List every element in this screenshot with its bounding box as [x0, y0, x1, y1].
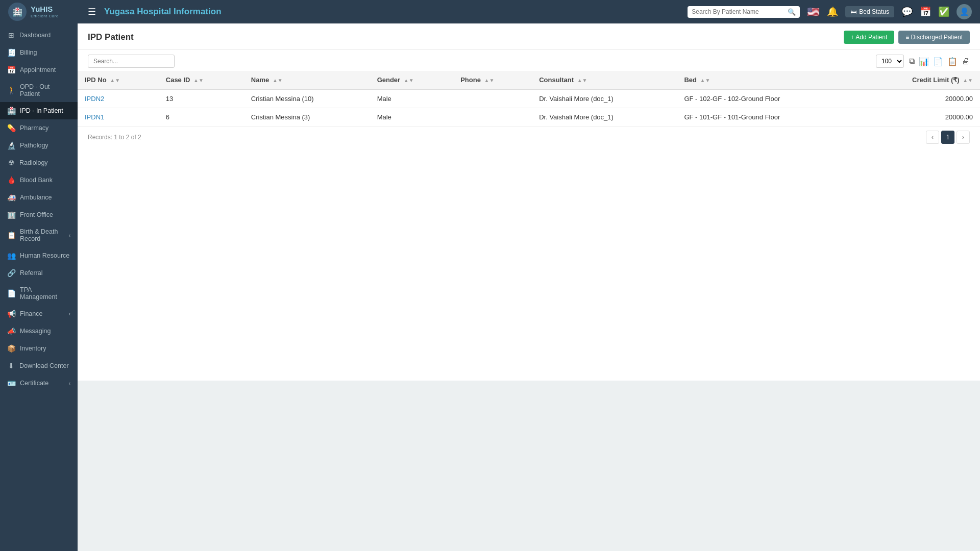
referral-icon: 🔗 — [7, 269, 16, 277]
table-row: IPDN16Cristian Messina (3)MaleDr. Vaisha… — [78, 108, 980, 127]
tasks-icon[interactable]: ✅ — [938, 6, 949, 17]
logo-text: YuHIS — [31, 5, 59, 14]
sidebar-item-appointment[interactable]: 📅 Appointment — [0, 61, 78, 79]
dashboard-icon: ⊞ — [7, 31, 15, 39]
sidebar-label-finance: Finance — [20, 310, 65, 317]
cell-phone — [453, 89, 532, 108]
sidebar-item-birth-death[interactable]: 📋 Birth & Death Record ‹ — [0, 223, 78, 247]
logo-icon: 🏥 — [8, 3, 27, 21]
add-patient-button[interactable]: + Add Patient — [844, 31, 895, 44]
sidebar-item-pathology[interactable]: 🔬 Pathology — [0, 137, 78, 154]
export-icons: ⧉ 📊 📄 📋 🖨 — [909, 57, 970, 66]
cell-credit_limit: 20000.00 — [857, 108, 980, 127]
pathology-icon: 🔬 — [7, 141, 16, 149]
sort-icon-consultant: ▲▼ — [577, 78, 587, 83]
sidebar-item-blood-bank[interactable]: 🩸 Blood Bank — [0, 171, 78, 189]
sidebar-item-tpa[interactable]: 📄 TPA Management — [0, 282, 78, 305]
table-body: IPDN213Cristian Messina (10)MaleDr. Vais… — [78, 89, 980, 127]
sidebar-item-human-resource[interactable]: 👥 Human Resource — [0, 247, 78, 264]
sort-icon-gender: ▲▼ — [404, 78, 414, 83]
records-info-bar: Records: 1 to 2 of 2 ‹ 1 › — [78, 127, 980, 148]
col-header-bed[interactable]: Bed ▲▼ — [677, 71, 857, 89]
inventory-icon: 📦 — [7, 344, 16, 353]
main-layout: ⊞ Dashboard 🧾 Billing 📅 Appointment 🚶 OP… — [0, 23, 980, 551]
opd-icon: 🚶 — [7, 86, 16, 94]
bed-status-button[interactable]: 🛏 Bed Status — [845, 6, 894, 17]
sidebar-item-messaging[interactable]: 📣 Messaging — [0, 322, 78, 340]
cell-ipd_no[interactable]: IPDN2 — [78, 89, 159, 108]
human-resource-icon: 👥 — [7, 252, 16, 260]
table-right-controls: 100 50 25 ⧉ 📊 📄 📋 🖨 — [876, 55, 970, 68]
cell-ipd_no[interactable]: IPDN1 — [78, 108, 159, 127]
user-avatar[interactable]: 👤 — [957, 4, 972, 19]
sidebar-item-ambulance[interactable]: 🚑 Ambulance — [0, 189, 78, 206]
sidebar-label-front-office: Front Office — [20, 211, 70, 218]
col-header-case_id[interactable]: Case ID ▲▼ — [159, 71, 244, 89]
calendar-icon[interactable]: 📅 — [920, 6, 931, 17]
global-search-box[interactable]: 🔍 — [688, 6, 800, 18]
arrow-finance: ‹ — [69, 311, 70, 317]
certificate-icon: 🪪 — [7, 379, 16, 387]
app-logo: 🏥 YuHIS Efficient Care — [8, 3, 80, 21]
copy-icon[interactable]: ⧉ — [909, 57, 915, 66]
excel-icon[interactable]: 📋 — [947, 57, 958, 66]
table-controls: 100 50 25 ⧉ 📊 📄 📋 🖨 — [78, 49, 980, 71]
sidebar-item-inventory[interactable]: 📦 Inventory — [0, 340, 78, 357]
pagination: ‹ 1 › — [926, 131, 970, 144]
table-search-input[interactable] — [88, 55, 175, 68]
pdf-icon[interactable]: 📄 — [933, 57, 943, 66]
discharged-patient-button[interactable]: ≡ Discharged Patient — [898, 31, 970, 44]
sidebar-item-certificate[interactable]: 🪪 Certificate ‹ — [0, 374, 78, 392]
cell-consultant: Dr. Vaishali More (doc_1) — [532, 108, 677, 127]
main-content: IPD Patient + Add Patient ≡ Discharged P… — [78, 23, 980, 551]
cell-bed: GF - 101-GF - 101-Ground Floor — [677, 108, 857, 127]
next-page-button[interactable]: › — [957, 131, 970, 144]
cell-name: Cristian Messina (3) — [244, 108, 370, 127]
sidebar-item-billing[interactable]: 🧾 Billing — [0, 44, 78, 61]
page-title: IPD Patient — [88, 32, 134, 42]
per-page-select[interactable]: 100 50 25 — [876, 55, 904, 68]
global-search-input[interactable] — [692, 8, 785, 15]
table-search-box[interactable] — [88, 55, 175, 68]
arrow-birth-death: ‹ — [69, 233, 70, 238]
prev-page-button[interactable]: ‹ — [926, 131, 939, 144]
ipd-link-IPDN2[interactable]: IPDN2 — [85, 95, 104, 103]
tpa-icon: 📄 — [7, 289, 16, 297]
page-1-button[interactable]: 1 — [941, 131, 954, 144]
col-header-ipd_no[interactable]: IPD No ▲▼ — [78, 71, 159, 89]
sidebar-item-dashboard[interactable]: ⊞ Dashboard — [0, 27, 78, 44]
sidebar-item-download-center[interactable]: ⬇ Download Center — [0, 357, 78, 374]
col-header-phone[interactable]: Phone ▲▼ — [453, 71, 532, 89]
col-header-name[interactable]: Name ▲▼ — [244, 71, 370, 89]
bed-status-label: Bed Status — [859, 8, 889, 15]
download-center-icon: ⬇ — [7, 362, 15, 370]
menu-toggle-icon[interactable]: ☰ — [86, 4, 98, 19]
ipd-link-IPDN1[interactable]: IPDN1 — [85, 113, 104, 121]
notification-bell-icon[interactable]: 🔔 — [827, 6, 838, 17]
sidebar-item-opd[interactable]: 🚶 OPD - Out Patient — [0, 79, 78, 102]
sidebar-item-front-office[interactable]: 🏢 Front Office — [0, 206, 78, 223]
header-right-controls: 🔍 🇺🇸 🔔 🛏 Bed Status 💬 📅 ✅ 👤 — [688, 4, 972, 19]
sidebar-item-radiology[interactable]: ☢ Radiology — [0, 154, 78, 171]
blood-bank-icon: 🩸 — [7, 176, 16, 184]
sidebar-item-referral[interactable]: 🔗 Referral — [0, 264, 78, 282]
col-header-gender[interactable]: Gender ▲▼ — [370, 71, 454, 89]
sidebar-label-ipd: IPD - In Patient — [20, 107, 70, 114]
print-icon[interactable]: 🖨 — [962, 57, 970, 66]
whatsapp-icon[interactable]: 💬 — [901, 6, 913, 17]
cell-bed: GF - 102-GF - 102-Ground Floor — [677, 89, 857, 108]
table-row: IPDN213Cristian Messina (10)MaleDr. Vais… — [78, 89, 980, 108]
sidebar-label-download-center: Download Center — [19, 362, 70, 369]
sidebar-item-ipd[interactable]: 🏥 IPD - In Patient — [0, 102, 78, 119]
col-header-credit_limit[interactable]: Credit Limit (₹) ▲▼ — [857, 71, 980, 89]
csv-icon[interactable]: 📊 — [919, 57, 929, 66]
records-info-text: Records: 1 to 2 of 2 — [88, 134, 141, 141]
col-header-consultant[interactable]: Consultant ▲▼ — [532, 71, 677, 89]
language-flag-icon[interactable]: 🇺🇸 — [807, 6, 820, 18]
cell-case_id: 13 — [159, 89, 244, 108]
sidebar-item-finance[interactable]: 📢 Finance ‹ — [0, 305, 78, 322]
cell-name: Cristian Messina (10) — [244, 89, 370, 108]
table-header: IPD No ▲▼Case ID ▲▼Name ▲▼Gender ▲▼Phone… — [78, 71, 980, 89]
sidebar-item-pharmacy[interactable]: 💊 Pharmacy — [0, 119, 78, 137]
sidebar-label-inventory: Inventory — [20, 345, 70, 352]
